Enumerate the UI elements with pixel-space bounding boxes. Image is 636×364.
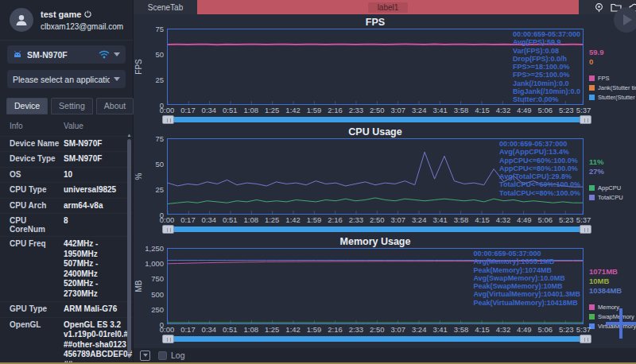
y-tick-label: 75 [155, 134, 164, 143]
slider-track[interactable] [162, 117, 591, 122]
tab-setting[interactable]: Setting [51, 98, 93, 114]
x-tick-label: 0:00 [160, 215, 175, 224]
legend-swatch [589, 85, 595, 91]
chart-side-column: 11%27% AppCPUTotalCPU [584, 138, 636, 215]
play-icon [623, 14, 632, 25]
x-tick-label: 0:17 [180, 106, 196, 114]
x-tick-label: 3:41 [432, 325, 448, 334]
range-slider[interactable] [162, 335, 591, 344]
range-slider[interactable] [162, 115, 591, 125]
info-cell: CPU Type [0, 185, 64, 196]
log-checkbox[interactable] [158, 351, 167, 360]
add-chart-button[interactable] [606, 308, 636, 339]
current-value: 0 [589, 57, 636, 67]
slider-handle-right[interactable] [580, 115, 591, 124]
legend-label: AppCPU [598, 184, 621, 192]
plot-area[interactable]: 00:00:659-05:37:000Avg(FPS):59.9Var(FPS)… [167, 29, 584, 105]
x-tick-label: 1:59 [307, 106, 322, 114]
value-cell: universal9825 [64, 185, 133, 196]
slider-track[interactable] [162, 336, 591, 342]
slider-track[interactable] [162, 227, 591, 232]
scroll-down-icon[interactable]: ▼ [126, 354, 132, 359]
x-tick-label: 1:25 [265, 106, 280, 114]
divider [0, 40, 133, 41]
x-tick-label: 5:06 [538, 215, 553, 224]
avatar[interactable] [10, 8, 33, 32]
scene-label-bar[interactable]: label1 [197, 0, 579, 14]
collapse-panel-button[interactable] [140, 350, 150, 361]
scene-tab[interactable]: SceneTab [134, 0, 197, 14]
x-tick-label: 4:32 [496, 106, 511, 114]
sidebar-scrollbar[interactable]: ▲ ▼ [126, 133, 132, 359]
location-icon[interactable] [594, 2, 604, 13]
legend-swatch [589, 76, 595, 81]
y-axis-label: % [134, 138, 143, 215]
x-tick-label: 1:59 [307, 215, 322, 224]
x-tick-label: 4:32 [496, 325, 511, 334]
x-tick-label: 0:51 [223, 325, 238, 334]
log-label: Log [171, 350, 185, 360]
plot-area[interactable]: 00:00:659-05:37:000Avg(Memory):1035.1MBP… [167, 248, 584, 324]
table-row: Device NameSM-N970F [0, 137, 133, 153]
x-tick-label: 4:49 [517, 325, 532, 334]
tab-device[interactable]: Device [6, 98, 48, 114]
legend-swatch [589, 304, 595, 310]
x-axis-ticks: 0:000:170:340:511:081:251:421:592:162:33… [167, 324, 584, 335]
play-button[interactable] [614, 7, 636, 33]
power-icon[interactable] [84, 10, 91, 17]
scrollbar-thumb[interactable] [127, 139, 131, 353]
x-tick-label: 4:15 [475, 106, 490, 114]
y-tick-label: 1,250 [145, 244, 164, 253]
x-tick-label: 1:42 [285, 215, 301, 224]
legend-swatch [589, 95, 595, 100]
x-tick-label: 2:16 [328, 325, 343, 334]
chart-canvas [168, 29, 583, 104]
x-tick-label: 2:33 [349, 325, 364, 334]
y-axis-ticks: 0255075 [143, 138, 167, 215]
slider-handle-left[interactable] [162, 115, 174, 124]
x-tick-label: 5:23 [559, 325, 574, 334]
value-cell: SM-N970F [64, 139, 133, 149]
current-values: 59.90 [589, 48, 636, 67]
slider-handle-right[interactable] [580, 335, 591, 343]
range-slider[interactable] [162, 225, 591, 234]
table-row: CPU Typeuniversal9825 [0, 183, 133, 199]
slider-handle-left[interactable] [162, 335, 174, 343]
user-name-text: test game [41, 10, 81, 19]
chart-title: Memory Usage [167, 236, 584, 248]
slider-handle-right[interactable] [580, 225, 591, 234]
x-tick-label: 5:37 [576, 325, 591, 334]
user-row: test game clbxam123@gmail.com [0, 0, 133, 38]
table-row: CPU Archarm64-v8a [0, 199, 133, 215]
x-tick-label: 0:17 [180, 325, 196, 334]
current-value: 11% [589, 157, 636, 167]
tab-about[interactable]: About [96, 98, 134, 114]
legend-item: Stutter(Stutter rate) [589, 94, 636, 101]
value-cell: Value [64, 122, 133, 132]
y-tick-label: 500 [151, 289, 164, 298]
chart-side-column: 59.90 FPSJank(Stutter times)Stutter(Stut… [584, 29, 636, 105]
x-tick-label: 2:33 [349, 215, 364, 224]
app-select[interactable]: Please select an application [7, 70, 126, 88]
series-totalcpu [168, 152, 583, 187]
value-cell: 8 [64, 216, 133, 234]
x-tick-label: 2:16 [328, 106, 343, 114]
info-cell: Device Type [0, 154, 64, 165]
legend: AppCPUTotalCPU [589, 184, 636, 201]
caret-down-icon [143, 354, 148, 357]
series-appcpu [168, 198, 583, 204]
wifi-icon [99, 50, 110, 59]
chart-canvas [168, 139, 583, 214]
scroll-up-icon[interactable]: ▲ [126, 133, 132, 137]
y-tick-label: 250 [151, 304, 164, 313]
x-tick-label: 3:24 [412, 215, 427, 224]
plot-area[interactable]: 00:00:659-05:37:000Avg(AppCPU):13.4%AppC… [167, 138, 584, 215]
table-row: GPU TypeARM Mali-G76 [0, 302, 133, 318]
scene-label[interactable]: label1 [368, 2, 409, 13]
device-select[interactable]: SM-N970F [7, 45, 126, 64]
slider-handle-left[interactable] [162, 225, 174, 234]
y-axis-label-text: % [134, 173, 143, 180]
legend-label: Stutter(Stutter rate) [598, 94, 636, 101]
log-toggle[interactable]: Log [158, 350, 185, 360]
current-value: 27% [589, 167, 636, 176]
